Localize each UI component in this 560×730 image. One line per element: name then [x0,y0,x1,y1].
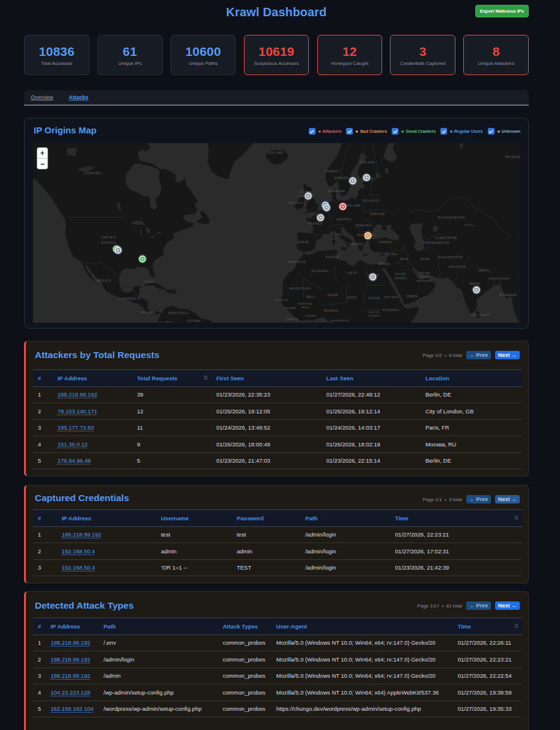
svg-text:NIGERIA: NIGERIA [324,309,338,312]
svg-text:DENMARK: DENMARK [328,190,345,193]
svg-text:ITALY: ITALY [335,233,345,236]
svg-text:GHANA: GHANA [305,314,317,317]
svg-text:AFGHANISTAN: AFGHANISTAN [438,256,463,259]
svg-text:PAKISTAN: PAKISTAN [449,266,466,269]
svg-text:KAZAKHSTAN: KAZAKHSTAN [438,216,465,219]
svg-text:GREECE: GREECE [349,243,364,246]
svg-text:AUSTRIA: AUSTRIA [336,218,352,221]
svg-text:UZBEKISTAN: UZBEKISTAN [435,237,457,240]
svg-text:TURKMENISTAN: TURKMENISTAN [422,242,449,245]
svg-text:EMIRATES: EMIRATES [417,279,433,282]
svg-text:CANADA: CANADA [84,171,102,175]
svg-text:UNITED: UNITED [101,236,116,239]
svg-text:SWEDEN: SWEDEN [334,177,348,180]
svg-text:INDIA: INDIA [469,282,481,285]
svg-text:IRAQ: IRAQ [400,258,409,261]
svg-text:ARAB: ARAB [421,275,430,278]
svg-text:BELARUS: BELARUS [363,199,379,202]
svg-text:GUYANA: GUYANA [187,320,201,323]
svg-text:SRI LANKA: SRI LANKA [471,314,490,317]
svg-text:NIGER: NIGER [327,294,338,297]
svg-text:COLOMBIA: COLOMBIA [156,321,175,323]
svg-text:POLAND: POLAND [347,204,361,207]
svg-text:MEXICO: MEXICO [97,279,111,282]
svg-text:NORWAY: NORWAY [325,170,339,173]
svg-text:GUATEMALA: GUATEMALA [118,297,139,300]
svg-text:SUDAN: SUDAN [368,297,380,300]
svg-text:ROMANIA: ROMANIA [356,224,372,227]
svg-text:CAMEROON: CAMEROON [331,319,349,322]
svg-text:TUNISIA: TUNISIA [325,256,339,259]
svg-text:MALI: MALI [306,296,315,299]
svg-text:STATES: STATES [101,241,116,245]
svg-text:TURKEY: TURKEY [378,240,393,244]
svg-text:LIBERIA: LIBERIA [285,318,298,321]
svg-text:UNITED: UNITED [419,272,431,275]
svg-text:SAUDI: SAUDI [395,273,406,276]
svg-text:SYRIA: SYRIA [387,253,398,256]
svg-text:LIBYA: LIBYA [346,271,357,275]
svg-text:SENEGAL: SENEGAL [274,299,289,302]
svg-text:BURKINA: BURKINA [298,302,312,305]
svg-text:MAURITANIA: MAURITANIA [290,287,311,290]
svg-text:RUSSIA: RUSSIA [506,155,520,159]
svg-text:SOUTH: SOUTH [369,311,380,314]
svg-text:PANAMA: PANAMA [141,311,155,314]
svg-text:NEPAL: NEPAL [479,269,490,272]
svg-text:ETHIOPIA: ETHIOPIA [383,309,400,312]
svg-text:MOROCCO: MOROCCO [288,261,306,264]
svg-text:GUINEA: GUINEA [284,306,296,309]
svg-text:ALGERIA: ALGERIA [312,269,329,273]
svg-text:YEMEN: YEMEN [406,295,418,298]
svg-text:ARABIA: ARABIA [394,277,407,280]
svg-text:IRAN: IRAN [421,257,430,261]
svg-text:BANGLADESH: BANGLADESH [488,277,510,280]
svg-text:FINLAND: FINLAND [360,161,375,164]
svg-text:VENEZUELA: VENEZUELA [168,312,189,315]
svg-text:FRANCE: FRANCE [308,222,323,225]
svg-text:MYANMAR: MYANMAR [500,294,517,297]
svg-text:ICELAND: ICELAND [268,151,283,154]
svg-text:FASO: FASO [301,306,309,309]
svg-text:CUBA: CUBA [145,281,154,284]
svg-text:CHAD: CHAD [347,296,356,299]
svg-text:IRELAND: IRELAND [288,201,302,204]
svg-text:UKRAINE: UKRAINE [370,213,385,216]
svg-text:ERITREA: ERITREA [385,296,398,299]
svg-text:ISRAEL: ISRAEL [378,263,391,266]
svg-text:SPAIN: SPAIN [297,240,309,244]
svg-text:SUDAN: SUDAN [369,314,380,317]
